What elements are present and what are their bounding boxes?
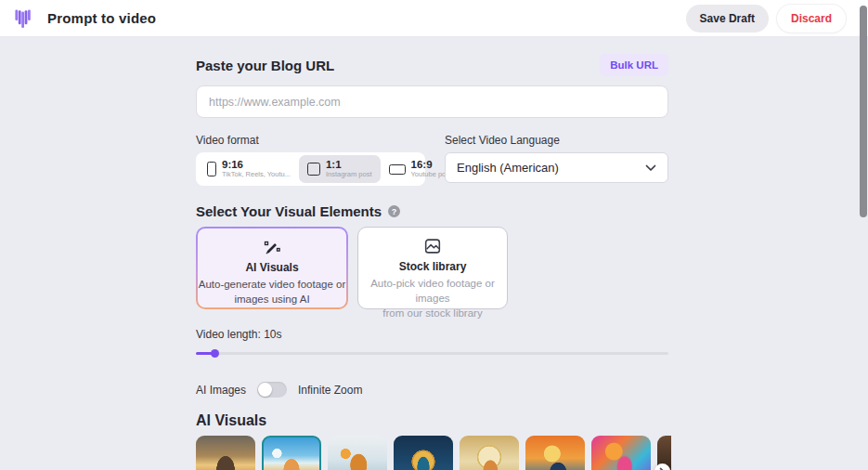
slider-thumb[interactable] [211, 349, 219, 358]
magic-pen-icon [261, 237, 283, 257]
stock-library-card-desc-line1: Auto-pick video footage or images [358, 276, 507, 306]
slider-track[interactable] [196, 352, 668, 355]
language-value: English (American) [457, 161, 559, 175]
ai-visuals-heading: AI Visuals [196, 412, 668, 429]
video-format-label: Video format [196, 134, 425, 147]
language-label: Select Video Language [445, 134, 668, 147]
style-carousel [196, 436, 671, 470]
video-length-label: Video length: 10s [196, 328, 668, 341]
format-desc: TikTok, Reels, Youtu... [222, 171, 291, 179]
visual-elements-heading: Select Your Visual Elements [196, 203, 382, 219]
main-content: Paste your Blog URL Bulk URL Video forma… [196, 37, 668, 470]
style-thumb-art-nouveau[interactable] [460, 436, 519, 470]
chevron-down-icon [645, 164, 656, 172]
discard-button[interactable]: Discard [777, 5, 846, 33]
stock-library-card-desc-line2: from our stock library [358, 306, 507, 320]
style-thumb-psychedelic[interactable] [591, 436, 651, 470]
video-length-slider[interactable] [196, 349, 668, 358]
bulk-url-button[interactable]: Bulk URL [600, 54, 668, 76]
infinite-zoom-label: Infinite Zoom [298, 384, 362, 397]
style-thumb-abstract[interactable] [328, 436, 387, 470]
style-thumb-anime[interactable] [262, 436, 321, 470]
image-icon [422, 236, 443, 256]
ai-visuals-card-desc-line2: images using AI [198, 292, 346, 307]
top-bar: Prompt to video Save Draft Discard [0, 0, 868, 37]
ai-visuals-card-title: AI Visuals [198, 261, 346, 274]
scrollbar-thumb[interactable] [860, 6, 867, 217]
help-circle-icon[interactable]: ? [388, 205, 400, 217]
blog-url-heading: Paste your Blog URL [196, 58, 334, 73]
toggle-knob[interactable] [258, 383, 272, 397]
save-draft-button[interactable]: Save Draft [686, 5, 769, 33]
square-ratio-icon [307, 163, 320, 176]
page-title: Prompt to video [47, 10, 156, 26]
style-thumb-3d-model[interactable] [196, 436, 255, 470]
landscape-ratio-icon [389, 164, 406, 175]
ai-images-label: AI Images [196, 384, 246, 397]
stock-library-card[interactable]: Stock library Auto-pick video footage or… [357, 227, 508, 309]
ai-visuals-card-desc-line1: Auto-generate video footage or [198, 277, 346, 292]
language-dropdown[interactable]: English (American) [445, 152, 668, 183]
video-format-group: 9:16 TikTok, Reels, Youtu... 1:1 Instagr… [196, 152, 425, 186]
page-scrollbar[interactable] [859, 0, 868, 470]
style-thumb-art-deco[interactable] [394, 436, 453, 470]
ai-images-infinite-zoom-toggle[interactable] [257, 382, 287, 398]
chevron-right-icon [659, 467, 666, 470]
format-option-9-16[interactable]: 9:16 TikTok, Reels, Youtu... [199, 155, 299, 183]
format-desc: Instagram post [326, 171, 372, 179]
style-thumb-constructivism[interactable] [525, 436, 585, 470]
ai-visuals-card[interactable]: AI Visuals Auto-generate video footage o… [196, 227, 348, 309]
app-logo-icon [14, 7, 32, 30]
portrait-ratio-icon [207, 162, 216, 176]
blog-url-input[interactable] [196, 85, 668, 118]
stock-library-card-title: Stock library [358, 260, 507, 273]
format-option-1-1[interactable]: 1:1 Instagram post [299, 155, 381, 183]
